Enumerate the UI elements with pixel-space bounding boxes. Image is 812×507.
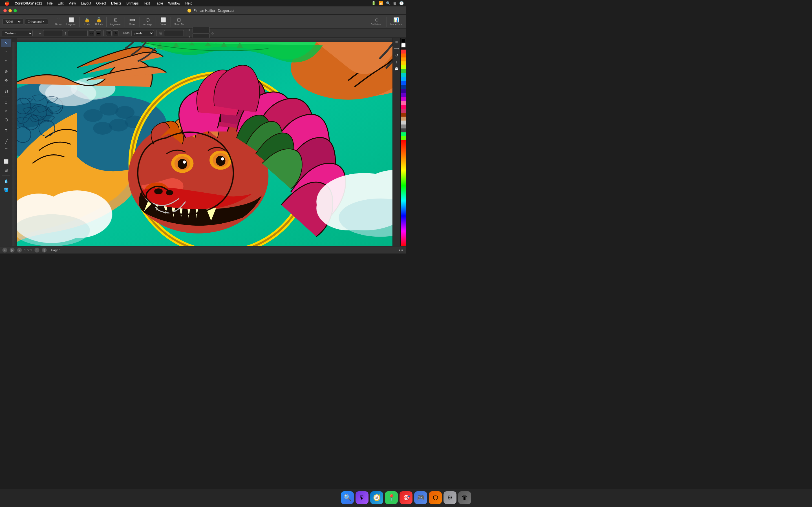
- minimize-button[interactable]: [8, 9, 12, 12]
- text-menu[interactable]: Text: [142, 1, 152, 6]
- toolbar-sep-8: [387, 17, 387, 27]
- control-center-icon[interactable]: ⊞: [393, 1, 396, 5]
- window-menu[interactable]: Window: [166, 1, 182, 6]
- x-input[interactable]: 59,06: [193, 27, 209, 33]
- flip-btn[interactable]: ⟺: [394, 46, 400, 52]
- zoom-tool[interactable]: ⊕: [1, 67, 11, 76]
- edit-menu[interactable]: Edit: [56, 1, 66, 6]
- view-button[interactable]: ⬜ View: [158, 17, 169, 27]
- cyan-swatch[interactable]: [401, 77, 406, 81]
- effects-menu[interactable]: Effects: [109, 1, 123, 6]
- light-gray-swatch[interactable]: [401, 121, 406, 124]
- last-page-button[interactable]: ›|: [42, 247, 47, 252]
- lime-swatch[interactable]: [401, 136, 406, 140]
- polygon-tool[interactable]: ⬡: [1, 115, 11, 124]
- yellow-swatch[interactable]: [401, 61, 406, 65]
- text-tool[interactable]: T: [1, 126, 11, 135]
- preset-select[interactable]: Custom Letter A4: [2, 30, 33, 36]
- transform-icon[interactable]: ⊹: [211, 31, 215, 36]
- help-menu[interactable]: Help: [183, 1, 194, 6]
- table-menu[interactable]: Table: [153, 1, 165, 6]
- blue-swatch[interactable]: [401, 81, 406, 85]
- freehand-tool[interactable]: ☊: [1, 87, 11, 96]
- dark-gray-swatch[interactable]: [401, 128, 406, 132]
- next-page-button[interactable]: ›: [35, 247, 40, 252]
- snap-to-button[interactable]: ⊟ Snap To: [172, 17, 185, 27]
- group-button[interactable]: ⬚ Group: [53, 17, 64, 27]
- zoom-control[interactable]: 729% 100% 200% 50% Fit Page: [2, 18, 23, 25]
- notification-icon[interactable]: 🕐: [399, 1, 404, 5]
- bright-green-swatch[interactable]: [401, 132, 406, 136]
- search-icon[interactable]: 🔍: [386, 1, 391, 5]
- freehand-transform-tool[interactable]: ↔: [1, 56, 11, 65]
- pan-tool[interactable]: ✥: [1, 76, 11, 84]
- bitmaps-menu[interactable]: Bitmaps: [124, 1, 140, 6]
- view-mode-button[interactable]: Enhanced ▼: [25, 18, 48, 25]
- close-button[interactable]: [3, 9, 7, 12]
- resize-btn-2[interactable]: ⊕: [113, 31, 118, 36]
- first-page-button[interactable]: |‹: [10, 247, 15, 252]
- file-menu[interactable]: File: [45, 1, 54, 6]
- canvas-area[interactable]: [17, 42, 393, 246]
- comment-btn[interactable]: 💬: [394, 66, 400, 72]
- height-input[interactable]: 3.000,0: [68, 30, 88, 36]
- yellow-green-swatch[interactable]: [401, 65, 406, 69]
- green-swatch[interactable]: [401, 69, 406, 73]
- red-swatch[interactable]: [401, 50, 406, 54]
- curve-tool[interactable]: ⌒: [1, 146, 11, 155]
- layout-menu[interactable]: Layout: [79, 1, 93, 6]
- purple-swatch[interactable]: [401, 93, 406, 97]
- transform-tool[interactable]: ↕: [1, 48, 11, 56]
- inspectors-button[interactable]: 📊 Inspectors: [389, 17, 404, 27]
- prev-page-button[interactable]: ‹: [17, 247, 22, 252]
- width-input[interactable]: 2.400,0: [43, 30, 63, 36]
- line-tool[interactable]: ╱: [1, 137, 11, 146]
- magenta-swatch[interactable]: [401, 97, 406, 101]
- hot-pink-swatch[interactable]: [401, 105, 406, 109]
- orange-swatch[interactable]: [401, 57, 406, 61]
- alignment-button[interactable]: ⊞ Alignment: [108, 17, 123, 27]
- teal-swatch[interactable]: [401, 73, 406, 77]
- resize-btn-1[interactable]: ⊟: [106, 31, 112, 36]
- mirror-button[interactable]: ⟺ Mirror: [126, 17, 138, 27]
- get-more-button[interactable]: ⊕ Get More...: [369, 17, 385, 27]
- tan-swatch[interactable]: [401, 117, 406, 121]
- brown-swatch[interactable]: [401, 113, 406, 117]
- pink-swatch[interactable]: [401, 101, 406, 105]
- rotate-btn[interactable]: ↺: [394, 52, 400, 59]
- landscape-btn[interactable]: ▬: [96, 31, 101, 36]
- lock-button[interactable]: 🔒 Lock: [82, 17, 93, 27]
- svg-point-23: [183, 161, 186, 164]
- zoom-select[interactable]: 729% 100% 200% 50% Fit Page: [4, 20, 21, 24]
- ellipse-tool[interactable]: ○: [1, 107, 11, 115]
- flip-v-btn[interactable]: ↕: [394, 59, 400, 65]
- portrait-btn[interactable]: ▭: [89, 31, 94, 36]
- ungroup-button[interactable]: ⬜ Ungroup: [64, 17, 78, 27]
- transparency-tool[interactable]: ⬜: [1, 157, 11, 166]
- align-right-btn[interactable]: ⊞: [394, 39, 400, 45]
- mid-gray-swatch[interactable]: [401, 124, 406, 128]
- nudge-input[interactable]: 10,0 px: [164, 30, 184, 36]
- units-select[interactable]: pixels inches mm cm: [132, 30, 154, 36]
- vertical-ruler: [12, 42, 17, 246]
- mesh-fill-tool[interactable]: ⊞: [1, 166, 11, 174]
- object-menu[interactable]: Object: [94, 1, 108, 6]
- orange-red-swatch[interactable]: [401, 54, 406, 57]
- view-menu[interactable]: View: [66, 1, 78, 6]
- statusbar-more-button[interactable]: •••: [399, 248, 404, 252]
- white-swatch[interactable]: [401, 43, 406, 48]
- fill-tool[interactable]: 🪣: [1, 186, 11, 194]
- black-swatch[interactable]: [401, 38, 406, 43]
- maximize-button[interactable]: [13, 9, 17, 12]
- add-page-button[interactable]: +: [2, 247, 7, 252]
- select-tool[interactable]: ↖: [1, 39, 11, 47]
- unlock-button[interactable]: 🔓 Unlock: [93, 17, 105, 27]
- eyedropper-tool[interactable]: 💧: [1, 177, 11, 185]
- rectangle-tool[interactable]: □: [1, 98, 11, 107]
- apple-menu[interactable]: 🍎: [2, 1, 11, 6]
- rose-swatch[interactable]: [401, 109, 406, 113]
- dark-blue-swatch[interactable]: [401, 85, 406, 89]
- indigo-swatch[interactable]: [401, 89, 406, 93]
- app-menu[interactable]: CorelDRAW 2021: [13, 1, 44, 6]
- arrange-button[interactable]: ⬡ Arrange: [142, 17, 154, 27]
